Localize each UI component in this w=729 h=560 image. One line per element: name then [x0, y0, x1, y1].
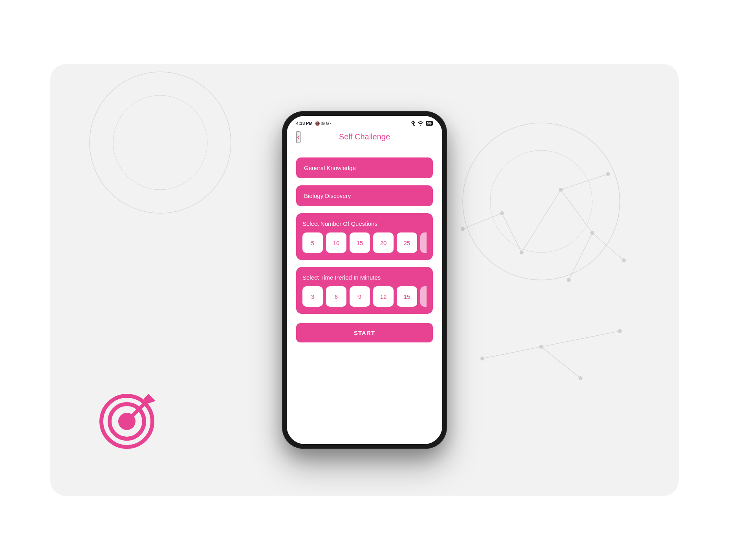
- status-right: 5G: [411, 121, 433, 126]
- phone-screen: 4:33 PM 📵 IG G ▪ 5G ‹: [287, 116, 442, 444]
- app-header: ‹ Self Challenge: [287, 128, 442, 148]
- svg-point-1: [113, 95, 207, 190]
- svg-line-16: [569, 233, 592, 280]
- question-option-5[interactable]: 5: [302, 232, 323, 253]
- svg-line-24: [541, 347, 581, 378]
- time-option-12[interactable]: 12: [373, 286, 394, 307]
- time-selection-card: Select Time Period In Minutes 3 6 9: [296, 267, 433, 314]
- svg-line-15: [561, 190, 592, 233]
- question-option-10[interactable]: 10: [326, 232, 346, 253]
- general-knowledge-button[interactable]: General Knowledge: [296, 157, 433, 178]
- svg-line-14: [522, 190, 561, 253]
- svg-line-25: [541, 331, 620, 347]
- svg-line-23: [482, 347, 541, 359]
- time-option-9[interactable]: 9: [350, 286, 370, 307]
- back-button[interactable]: ‹: [296, 131, 300, 143]
- biology-discovery-button[interactable]: Biology Discovery: [296, 185, 433, 206]
- svg-line-12: [463, 213, 502, 229]
- svg-line-13: [502, 213, 522, 253]
- signal-badge: 5G: [426, 121, 433, 126]
- questions-options-row: 5 10 15 20 25: [302, 232, 427, 253]
- phone-wrapper: 4:33 PM 📵 IG G ▪ 5G ‹: [282, 111, 447, 449]
- page-title: Self Challenge: [339, 132, 390, 141]
- svg-point-2: [463, 123, 620, 280]
- time-option-6[interactable]: 6: [326, 286, 346, 307]
- questions-selection-card: Select Number Of Questions 5 10 15: [296, 213, 433, 260]
- questions-section-title: Select Number Of Questions: [302, 220, 427, 227]
- background-card: 4:33 PM 📵 IG G ▪ 5G ‹: [50, 64, 679, 496]
- question-option-20[interactable]: 20: [373, 232, 394, 253]
- bluetooth-icon: [411, 121, 416, 126]
- svg-point-3: [490, 150, 592, 253]
- time-option-18[interactable]: 18: [420, 286, 427, 307]
- time-section-title: Select Time Period In Minutes: [302, 274, 427, 281]
- svg-line-17: [592, 233, 624, 260]
- wifi-icon: [418, 121, 424, 126]
- time-options-row: 3 6 9 12 15: [302, 286, 427, 307]
- time-option-3[interactable]: 3: [302, 286, 323, 307]
- main-content: General Knowledge Biology Discovery Sele…: [287, 148, 442, 444]
- time-option-15[interactable]: 15: [397, 286, 417, 307]
- phone-outer: 4:33 PM 📵 IG G ▪ 5G ‹: [282, 111, 447, 449]
- question-option-25[interactable]: 25: [397, 232, 417, 253]
- status-bar: 4:33 PM 📵 IG G ▪ 5G: [287, 116, 442, 128]
- start-button[interactable]: START: [296, 323, 433, 342]
- target-icon: [97, 386, 160, 449]
- question-option-15[interactable]: 15: [350, 232, 370, 253]
- svg-point-0: [90, 72, 231, 213]
- svg-line-18: [561, 174, 608, 190]
- question-option-30[interactable]: 30: [420, 232, 427, 253]
- time-display: 4:33 PM: [296, 121, 313, 126]
- status-left: 4:33 PM 📵 IG G ▪: [296, 121, 332, 126]
- status-left-icons: 📵 IG G ▪: [315, 121, 332, 126]
